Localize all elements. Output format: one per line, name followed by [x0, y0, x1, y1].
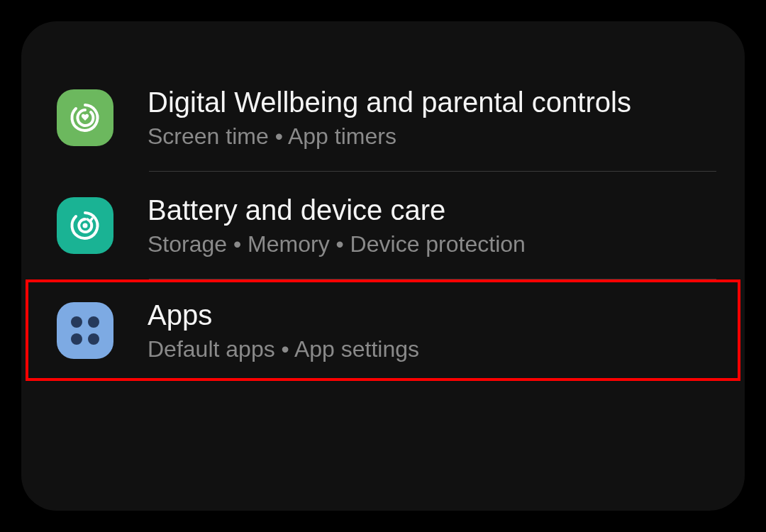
item-title: Apps	[148, 298, 709, 332]
svg-point-0	[83, 223, 88, 228]
item-content: Digital Wellbeing and parental controls …	[148, 85, 709, 150]
item-content: Battery and device care Storage • Memory…	[148, 193, 709, 257]
settings-item-apps[interactable]: Apps Default apps • App settings	[26, 279, 740, 381]
item-content: Apps Default apps • App settings	[148, 298, 709, 362]
devicecare-icon	[57, 197, 113, 254]
item-title: Digital Wellbeing and parental controls	[148, 85, 709, 119]
settings-item-devicecare[interactable]: Battery and device care Storage • Memory…	[21, 172, 745, 279]
apps-icon	[57, 302, 113, 359]
item-subtitle: Storage • Memory • Device protection	[148, 231, 709, 257]
wellbeing-icon	[57, 89, 113, 146]
item-title: Battery and device care	[148, 193, 709, 227]
item-subtitle: Screen time • App timers	[148, 123, 709, 150]
settings-panel: Digital Wellbeing and parental controls …	[21, 21, 745, 511]
settings-item-wellbeing[interactable]: Digital Wellbeing and parental controls …	[21, 64, 745, 171]
item-subtitle: Default apps • App settings	[148, 336, 709, 362]
